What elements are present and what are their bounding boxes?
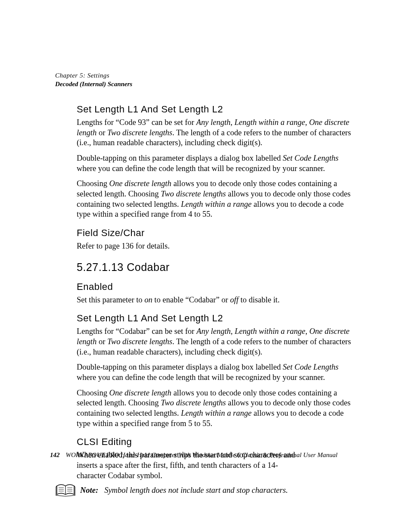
chapter-line: Chapter 5: Settings (55, 72, 358, 80)
note-text: Symbol length does not include start and… (104, 486, 288, 495)
paragraph: Lengths for “Code 93” can be set for Any… (77, 118, 358, 148)
footer-text: WORKABOUT PRO Hand-Held Computer With Wi… (66, 451, 338, 458)
running-header: Chapter 5: Settings Decoded (Internal) S… (55, 72, 358, 88)
page-content: Set Length L1 And Set Length L2 Lengths … (77, 104, 358, 499)
heading-set-length-codabar: Set Length L1 And Set Length L2 (77, 313, 358, 324)
note-label: Note: (80, 486, 98, 495)
page-footer: 142WORKABOUT PRO Hand-Held Computer With… (50, 451, 360, 459)
paragraph: Choosing One discrete length allows you … (77, 179, 358, 220)
book-icon (55, 483, 76, 499)
heading-enabled: Enabled (77, 281, 358, 292)
paragraph: Refer to page 136 for details. (77, 241, 358, 252)
paragraph: Double-tapping on this parameter display… (77, 153, 358, 174)
paragraph: Set this parameter to on to enable “Coda… (77, 295, 358, 305)
paragraph: Double-tapping on this parameter display… (77, 362, 358, 383)
page-number: 142 (50, 451, 60, 458)
heading-clsi-editing: CLSI Editing (77, 436, 358, 448)
heading-codabar: 5.27.1.13 Codabar (77, 261, 358, 274)
section-line: Decoded (Internal) Scanners (55, 80, 358, 89)
paragraph: Lengths for “Codabar” can be set for Any… (77, 327, 358, 357)
paragraph: Choosing One discrete length allows you … (77, 388, 358, 429)
note-block: Note:Symbol length does not include star… (55, 486, 358, 499)
heading-field-size: Field Size/Char (77, 227, 358, 239)
heading-set-length-93: Set Length L1 And Set Length L2 (77, 104, 358, 115)
